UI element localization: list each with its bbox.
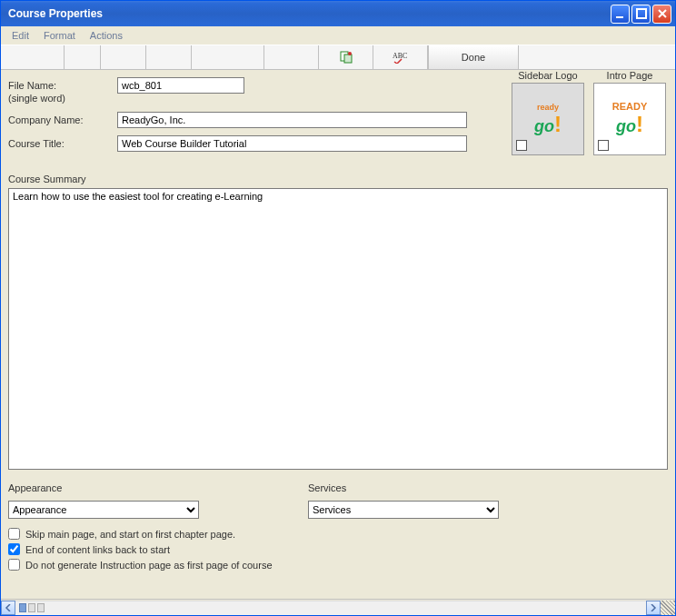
toolbar-rest [519, 45, 675, 69]
app-window: Course Properties Edit Format Actions [0, 0, 676, 616]
toolbar-slot-5[interactable] [192, 45, 264, 69]
toolbar-slot-2[interactable] [65, 45, 101, 69]
spellcheck-icon: ABC [393, 51, 409, 64]
services-select[interactable]: Services [308, 501, 499, 519]
endlink-check-row[interactable]: End of content links back to start [8, 543, 668, 555]
toolbar-paste[interactable] [319, 45, 373, 69]
toolbar-spell[interactable]: ABC [373, 45, 428, 69]
done-button[interactable]: Done [428, 45, 519, 69]
status-box-icon [28, 603, 35, 612]
appearance-block: Appearance Appearance [8, 482, 199, 519]
file-name-label-text: File Name: [8, 80, 56, 91]
toolbar-slot-3[interactable] [101, 45, 146, 69]
services-label: Services [308, 482, 499, 493]
close-icon [655, 6, 670, 21]
menu-actions[interactable]: Actions [83, 28, 130, 43]
title-label: Course Title: [8, 135, 117, 150]
svg-rect-3 [344, 55, 352, 63]
file-name-sublabel: (single word) [8, 92, 117, 104]
svg-rect-1 [637, 9, 646, 18]
menu-edit[interactable]: Edit [5, 28, 36, 43]
toolbar-slot-1[interactable] [1, 45, 65, 69]
scroll-left-button[interactable] [1, 601, 15, 615]
status-box-icon [37, 603, 45, 612]
toolbar: ABC Done [1, 45, 675, 70]
statusbar [1, 599, 675, 615]
titlebar: Course Properties [1, 1, 675, 26]
skip-checkbox[interactable] [8, 528, 20, 540]
menu-format[interactable]: Format [36, 28, 83, 43]
sidebar-logo-checkbox[interactable] [516, 140, 527, 151]
intro-logo-box[interactable]: READY go! [593, 83, 666, 155]
toolbar-slot-4[interactable] [146, 45, 192, 69]
close-button[interactable] [652, 5, 671, 24]
intro-logo-checkbox[interactable] [598, 140, 609, 151]
summary-textarea[interactable] [8, 188, 668, 470]
sidebar-logo-box[interactable]: ready go! [512, 83, 584, 155]
status-mini-icons [19, 603, 45, 612]
title-input[interactable] [117, 135, 467, 152]
intro-logo-block: Intro Page READY go! [593, 70, 666, 155]
status-box-icon [19, 603, 26, 612]
readygo-logo-icon: ready go! [534, 102, 562, 137]
services-block: Services Services [308, 482, 499, 519]
svg-rect-0 [616, 16, 623, 18]
file-name-label: File Name: (single word) [8, 77, 117, 104]
content-area: Sidebar Logo ready go! Intro Page READY … [1, 70, 675, 599]
toolbar-slot-6[interactable] [264, 45, 319, 69]
scroll-right-button[interactable] [646, 601, 661, 615]
readygo-logo-icon: READY go! [612, 101, 648, 137]
chevron-right-icon [650, 604, 657, 611]
maximize-icon [634, 6, 649, 21]
skip-checkbox-label: Skip main page, and start on first chapt… [25, 529, 235, 540]
summary-label: Course Summary [8, 174, 668, 184]
bottom-section: Appearance Appearance Services Services [8, 482, 668, 519]
endlink-checkbox-label: End of content links back to start [25, 544, 170, 555]
appearance-select[interactable]: Appearance [8, 501, 199, 519]
menubar: Edit Format Actions [1, 26, 675, 45]
checks-section: Skip main page, and start on first chapt… [8, 528, 668, 571]
company-input[interactable] [117, 112, 467, 128]
logo-panel: Sidebar Logo ready go! Intro Page READY … [512, 70, 666, 155]
window-title: Course Properties [8, 7, 609, 20]
noinstr-check-row[interactable]: Do not generate Instruction page as firs… [8, 559, 668, 571]
noinstr-checkbox-label: Do not generate Instruction page as firs… [25, 560, 273, 571]
scroll-track[interactable] [15, 601, 646, 615]
sidebar-logo-block: Sidebar Logo ready go! [512, 70, 584, 155]
svg-text:ABC: ABC [393, 52, 407, 60]
sidebar-logo-label: Sidebar Logo [512, 70, 584, 81]
endlink-checkbox[interactable] [8, 543, 20, 555]
appearance-label: Appearance [8, 482, 199, 493]
company-label: Company Name: [8, 112, 117, 126]
summary-section: Course Summary [8, 174, 668, 472]
paste-icon [339, 50, 353, 65]
intro-logo-label: Intro Page [593, 70, 666, 81]
minimize-button[interactable] [611, 5, 630, 24]
file-name-input[interactable] [117, 77, 244, 94]
minimize-icon [613, 6, 628, 21]
svg-point-4 [348, 52, 352, 55]
maximize-button[interactable] [631, 5, 651, 24]
skip-check-row[interactable]: Skip main page, and start on first chapt… [8, 528, 668, 540]
resize-grip[interactable] [661, 601, 675, 615]
noinstr-checkbox[interactable] [8, 559, 20, 571]
chevron-left-icon [5, 604, 12, 611]
